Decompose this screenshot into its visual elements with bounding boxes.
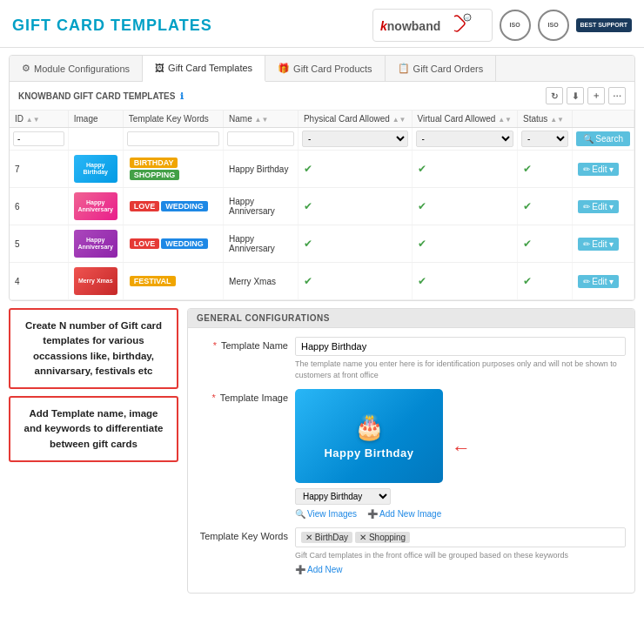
best-support-badge: BEST SUPPORT <box>576 18 632 31</box>
tag-shopping-label: ✕ Shopping <box>359 533 406 542</box>
filter-physical-select[interactable]: -YesNo <box>302 131 408 147</box>
filter-status: -ActiveInactive <box>518 128 572 151</box>
col-id: ID ▲▼ <box>10 111 68 128</box>
export-button[interactable]: ⬇ <box>567 87 584 104</box>
filter-keywords-input[interactable] <box>127 131 219 146</box>
add-new-image-link[interactable]: ➕ Add New Image <box>367 509 441 519</box>
check-virtual: ✔ <box>418 238 426 250</box>
bottom-section: Create N number of Gift card templates f… <box>9 308 635 594</box>
check-physical: ✔ <box>304 275 312 287</box>
view-images-link[interactable]: 🔍 View Images <box>295 509 357 519</box>
image-icon: 🖼 <box>155 63 164 73</box>
template-thumbnail: Merry Xmas <box>74 267 117 295</box>
image-controls: Happy Birthday <box>295 488 626 505</box>
config-body: * Template Name The template name you en… <box>188 328 634 593</box>
image-dropdown[interactable]: Happy Birthday <box>295 488 391 505</box>
cell-id: 4 <box>10 263 68 300</box>
keyword-badge: WEDDING <box>161 238 208 249</box>
col-virtual: Virtual Card Allowed ▲▼ <box>412 111 518 128</box>
table-row: 4Merry XmasFESTIVALMerry Xmas✔✔✔✏ Edit ▾ <box>10 263 634 300</box>
edit-button[interactable]: ✏ Edit ▾ <box>578 275 620 288</box>
edit-button[interactable]: ✏ Edit ▾ <box>578 238 620 251</box>
filter-physical: -YesNo <box>298 128 412 151</box>
add-button[interactable]: ＋ <box>587 87 605 104</box>
template-thumbnail: Happy Anniversary <box>74 230 117 258</box>
filter-name <box>224 128 299 151</box>
tab-gift-card-orders[interactable]: 📋 Gift Card Orders <box>386 56 497 81</box>
filter-virtual: -YesNo <box>412 128 518 151</box>
view-icon: 🔍 <box>295 509 305 519</box>
gift-card-preview-text: Happy Birthday <box>324 446 413 460</box>
svg-text:🛒: 🛒 <box>465 16 471 22</box>
tab-module-configurations[interactable]: ⚙ Module Configurations <box>10 56 143 81</box>
keyword-badge: WEDDING <box>161 201 208 211</box>
edit-button[interactable]: ✏ Edit ▾ <box>578 163 620 176</box>
callout-text-2: Add Template name, image and keywords to… <box>24 408 164 449</box>
cell-name: Merry Xmas <box>224 263 299 300</box>
search-button[interactable]: 🔍 Search <box>576 131 630 146</box>
cell-keywords: FESTIVAL <box>123 263 223 300</box>
top-panel: ⚙ Module Configurations 🖼 Gift Card Temp… <box>9 55 635 301</box>
cell-id: 5 <box>10 225 68 263</box>
filter-id-input[interactable] <box>13 131 64 146</box>
template-name-input[interactable] <box>295 337 626 356</box>
cell-edit: ✏ Edit ▾ <box>572 151 634 188</box>
template-name-hint: The template name you enter here is for … <box>295 359 626 380</box>
callout-text-1: Create N number of Gift card templates f… <box>25 320 162 376</box>
knowband-logo: knowband 🛒 <box>372 9 493 42</box>
refresh-button[interactable]: ↻ <box>546 87 563 104</box>
filter-keywords <box>123 128 223 151</box>
cell-name: Happy Anniversary <box>224 225 299 263</box>
table-row: 7Happy BirthdayBIRTHDAYSHOPPINGHappy Bir… <box>10 151 634 188</box>
col-keywords: Template Key Words <box>123 111 223 128</box>
table-section-title: KNOWBAND GIFT CARD TEMPLATES <box>18 91 175 101</box>
knowband-logo-svg: knowband 🛒 <box>380 13 485 37</box>
edit-button[interactable]: ✏ Edit ▾ <box>578 200 620 213</box>
tab-label-orders: Gift Card Orders <box>413 64 484 74</box>
cell-keywords: BIRTHDAYSHOPPING <box>123 151 223 188</box>
filter-id <box>10 128 68 151</box>
filter-virtual-select[interactable]: -YesNo <box>416 131 514 147</box>
cell-physical: ✔ <box>298 263 412 300</box>
gift-card-templates-table: ID ▲▼ Image Template Key Words Name ▲▼ P… <box>10 111 634 300</box>
table-filter-row: -YesNo -YesNo -ActiveInactive <box>10 128 634 151</box>
add-icon: ➕ <box>367 509 378 519</box>
cell-image: Happy Anniversary <box>68 188 123 225</box>
tab-gift-card-products[interactable]: 🎁 Gift Card Products <box>265 56 385 81</box>
arrow-left-indicator: ← <box>452 437 471 460</box>
iso-badge-1: ISO <box>500 10 531 41</box>
col-image: Image <box>68 111 123 128</box>
check-virtual: ✔ <box>418 163 426 175</box>
cell-name: Happy Anniversary <box>224 188 299 225</box>
orders-icon: 📋 <box>398 63 410 74</box>
tab-gift-card-templates[interactable]: 🖼 Gift Card Templates <box>143 56 265 82</box>
cell-status: ✔ <box>518 225 572 263</box>
cell-image: Happy Anniversary <box>68 225 123 263</box>
page-title: GIFT CARD TEMPLATES <box>12 17 212 35</box>
filter-search: 🔍 Search <box>572 128 634 151</box>
tab-label-templates: Gift Card Templates <box>168 63 252 73</box>
template-thumbnail: Happy Birthday <box>74 155 117 183</box>
filter-name-input[interactable] <box>227 131 294 146</box>
cell-physical: ✔ <box>298 151 412 188</box>
nav-tabs: ⚙ Module Configurations 🖼 Gift Card Temp… <box>10 56 634 82</box>
keyword-badge: LOVE <box>130 201 160 211</box>
table-row: 6Happy AnniversaryLOVEWEDDINGHappy Anniv… <box>10 188 634 225</box>
image-links: 🔍 View Images ➕ Add New Image <box>295 509 626 519</box>
page-header: GIFT CARD TEMPLATES knowband 🛒 ISO ISO B… <box>0 0 644 48</box>
table-header-actions: ↻ ⬇ ＋ ⋯ <box>546 87 626 104</box>
check-status: ✔ <box>523 275 532 287</box>
svg-text:knowband: knowband <box>380 19 440 33</box>
image-row: 🎂 Happy Birthday ← <box>295 389 626 483</box>
template-keywords-value: ✕ BirthDay ✕ Shopping Gift Card template… <box>295 527 626 575</box>
template-thumbnail: Happy Anniversary <box>74 192 117 220</box>
settings-btn[interactable]: ⋯ <box>608 87 626 104</box>
tags-container[interactable]: ✕ BirthDay ✕ Shopping <box>295 527 626 547</box>
add-new-keyword-link[interactable]: ➕ Add New <box>295 565 343 574</box>
filter-status-select[interactable]: -ActiveInactive <box>521 131 567 147</box>
config-panel: GENERAL CONFIGURATIONS * Template Name T… <box>187 308 635 594</box>
settings-icon: ⚙ <box>22 63 30 74</box>
table-body: 7Happy BirthdayBIRTHDAYSHOPPINGHappy Bir… <box>10 151 634 300</box>
keyword-badge: BIRTHDAY <box>130 158 178 168</box>
callout-box-2: Add Template name, image and keywords to… <box>9 396 178 462</box>
